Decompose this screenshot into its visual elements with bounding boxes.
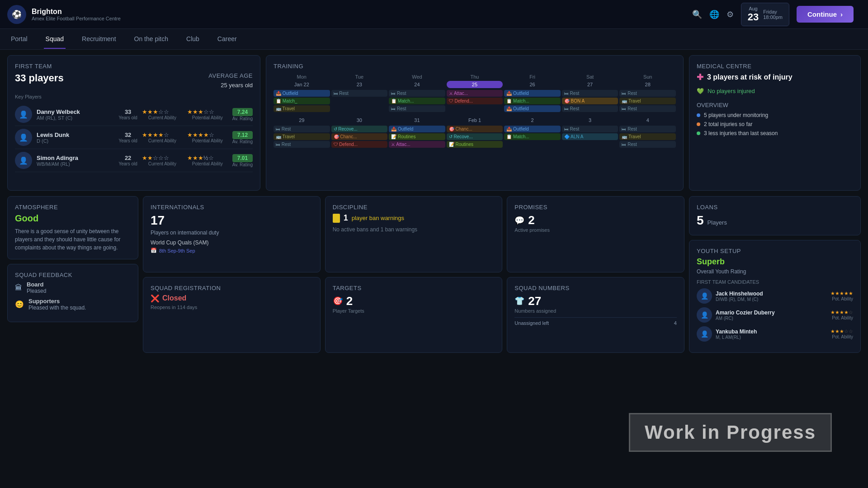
training-day-wed: Wed 24 🛏 Rest 📋 Match... 🛏 Rest [389,74,445,113]
key-players-label: Key Players [15,94,253,99]
nav-portal[interactable]: Portal [9,30,29,49]
session-rest-sat1[interactable]: 🛏 Rest [562,90,618,97]
avg-age-value: 25 years old [208,82,253,89]
ban-warnings-label: player ban warnings [352,215,404,221]
candidate-pos-cozier: AM (RC) [716,316,827,321]
overview-title: Overview [697,102,853,108]
no-injured: 💚 No players injured [697,88,853,94]
injuries-dot [697,122,700,126]
candidate-row-cozier[interactable]: 👤 Amario Cozier Duberry AM (RC) ★★★★☆ Po… [697,307,853,323]
training-day-wed31: 31 📤 Outfield 📝 Routines ⚔ Attac... [389,117,445,149]
date-day: 23 [748,11,759,23]
session-rest-wed1[interactable]: 🛏 Rest [389,90,445,97]
targets-title: Targets [333,285,495,291]
unassigned-row: Unassigned left 4 [514,317,677,326]
nav-on-the-pitch[interactable]: On the pitch [132,30,170,49]
session-travel-mon[interactable]: 🚌 Travel [274,105,330,112]
training-day-mon: Mon Jan 22 📤 Outfield 📋 Match_ 🚌 Travel [274,74,330,113]
session-match-fri[interactable]: 📋 Match... [504,98,561,104]
player-row-welbeck[interactable]: 👤 Danny Welbeck AM (RL), ST (C) 33 Years… [15,103,253,126]
player-info-adingra: Simon Adingra WB/M/AM (RL) [37,155,114,167]
session-match-wed[interactable]: 📋 Match... [389,98,445,104]
medical-risk: ✚ 3 players at risk of injury [697,72,853,82]
player-avatar-dunk: 👤 [15,129,32,146]
session-outfield-mon[interactable]: 📤 Outfield [274,90,330,97]
candidate-row-hinshelwood[interactable]: 👤 Jack Hinshelwood D/WB (R), DM, M (C) ★… [697,288,853,304]
player-row-dunk[interactable]: 👤 Lewis Dunk D (C) 32 Years old ★★★★☆ Cu… [15,126,253,149]
player-pos-dunk: D (C) [37,138,114,144]
session-rest-wed2[interactable]: 🛏 Rest [389,105,445,112]
session-attack-thu[interactable]: ⚔ Attac... [447,90,503,97]
training-day-fri: Fri 26 📤 Outfield 📋 Match... 📤 Outfield [504,74,561,113]
overview-less-injuries: 3 less injuries than last season [697,130,853,136]
player-avatar-adingra: 👤 [15,152,32,169]
settings-icon[interactable]: ⚙ [726,9,734,19]
session-outfield-fri2[interactable]: 📤 Outfield [504,105,561,112]
nav-recruitment[interactable]: Recruitment [80,30,118,49]
player-pos-adingra: WB/M/AM (RL) [37,161,114,167]
promises-count: 2 [528,213,534,227]
ban-count: 1 [344,213,348,223]
medical-title: Medical Centre [697,63,853,70]
player-info-welbeck: Danny Welbeck AM (RL), ST (C) [37,108,114,121]
date-weekday: Friday [763,9,783,14]
player-name-welbeck: Danny Welbeck [37,108,114,115]
player-row-adingra[interactable]: 👤 Simon Adingra WB/M/AM (RL) 22 Years ol… [15,149,253,172]
session-rest-sun1[interactable]: 🛏 Rest [619,90,676,97]
promises-title: Promises [514,204,677,211]
date-time: 18:00pm [763,14,783,20]
training-day-mon29: 29 🛏 Rest 🚌 Travel 🛏 Rest [274,117,330,149]
nav-club[interactable]: Club [184,30,201,49]
candidate-stars-minteh: ★★★☆☆ [830,328,853,334]
candidate-pos-hinshelwood: D/WB (R), DM, M (C) [716,297,827,302]
session-rest-tue1[interactable]: 🛏 Rest [331,90,388,97]
session-travel-sun[interactable]: 🚌 Travel [619,98,676,104]
club-info: ⚽ Brighton Amex Elite Football Performan… [7,5,121,24]
session-rest-sun2[interactable]: 🛏 Rest [619,105,676,112]
bottom-middle-col: Internationals 17 Players on internation… [143,196,684,353]
training-day-sun4: 4 🛏 Rest 🚌 Travel 🛏 Rest [619,117,676,149]
candidate-info-minteh: Yankuba Minteh M, L AM(RL) [716,328,827,340]
session-defend-thu[interactable]: 🛡 Defend... [447,98,503,104]
supporters-label: Supporters [28,298,86,305]
squad-feedback-card: Squad Feedback 🏛 Board Pleased 😊 Support… [7,264,138,322]
training-grid-week1: Mon Jan 22 📤 Outfield 📋 Match_ 🚌 Travel … [274,74,676,113]
loans-title: Loans [697,204,853,211]
session-outfield-fri[interactable]: 📤 Outfield [504,90,561,97]
candidate-stars-hinshelwood: ★★★★★ [830,291,853,296]
session-match-mon[interactable]: 📋 Match_ [274,98,330,104]
potential-ability-adingra: ★★★½☆ [187,155,228,161]
bottom-left-col: Atmosphere Good There is a good sense of… [7,196,138,353]
date-month-label: Aug [748,6,759,11]
candidate-info-hinshelwood: Jack Hinshelwood D/WB (R), DM, M (C) [716,291,827,302]
club-sub: Amex Elite Football Performance Centre [32,16,121,21]
player-avatar-welbeck: 👤 [15,106,32,123]
loans-sub: Players [708,219,727,226]
session-rest-sat2[interactable]: 🛏 Rest [562,105,618,112]
targets-sub: Player Targets [333,308,495,314]
squad-reg-title: Squad Registration [151,285,313,291]
discipline-title: Discipline [333,204,495,211]
player-age-dunk: 32 [118,131,137,138]
feedback-supporters-row: 😊 Supporters Pleased with the squad. [15,298,131,311]
training-day-sat3: 3 🛏 Rest 🔷 ALN A [562,117,618,149]
atmosphere-description: There is a good sense of unity between t… [15,227,131,252]
nav-career[interactable]: Career [216,30,239,49]
search-icon[interactable]: 🔍 [692,9,702,19]
session-bon-sat[interactable]: 🎯 BON A [562,98,618,104]
squad-numbers-count: 27 [528,294,541,308]
youth-setup-card: Youth Setup Superb Overall Youth Rating … [689,240,861,353]
topbar-icons: 🔍 🌐 ⚙ Aug 23 Friday 18:00pm Continue › [692,3,854,26]
candidate-avatar-minteh: 👤 [697,326,712,342]
continue-button[interactable]: Continue › [797,6,854,23]
candidate-row-minteh[interactable]: 👤 Yankuba Minteh M, L AM(RL) ★★★☆☆ Pot. … [697,326,853,342]
club-name: Brighton [32,8,121,16]
overview-total-injuries: 2 total injuries so far [697,121,853,127]
internationals-title: Internationals [151,204,313,211]
player-name-dunk: Lewis Dunk [37,131,114,138]
globe-icon[interactable]: 🌐 [709,9,719,19]
nav-squad[interactable]: Squad [44,30,66,49]
squad-registration-card: Squad Registration ❌ Closed Reopens in 1… [143,277,321,353]
player-name-adingra: Simon Adingra [37,155,114,161]
medical-card: Medical Centre ✚ 3 players at risk of in… [689,55,861,191]
